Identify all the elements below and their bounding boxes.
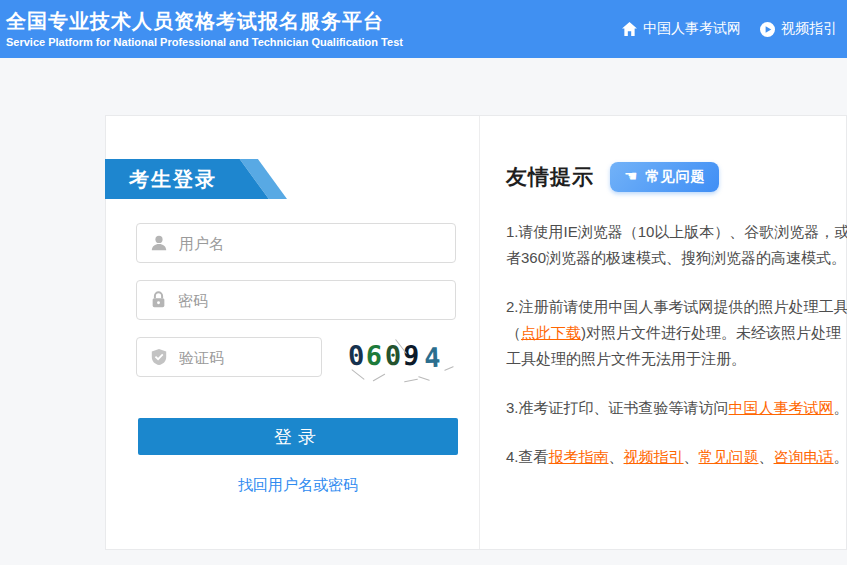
tips-title: 友情提示: [506, 163, 594, 191]
captcha-noise: [404, 379, 418, 383]
faq-button-label: 常见问题: [645, 168, 705, 186]
login-panel-ribbon: 考生登录: [105, 159, 287, 199]
nav-link-cpta-site[interactable]: 中国人事考试网: [621, 20, 741, 38]
faq-link[interactable]: 常见问题: [699, 448, 759, 465]
tip-item-4: 4.查看报考指南、视频指引、常见问题、咨询电话。: [506, 444, 847, 470]
username-input[interactable]: [179, 224, 455, 262]
forgot-credentials-link[interactable]: 找回用户名或密码: [138, 476, 458, 495]
home-icon: [621, 21, 637, 37]
site-subtitle: Service Platform for National Profession…: [6, 36, 403, 49]
header-nav: 中国人事考试网 视频指引: [621, 20, 837, 38]
captcha-digits: 06094: [348, 340, 442, 371]
captcha-noise: [373, 374, 386, 382]
tips-panel: 友情提示 ☚ 常见问题 1.请使用IE浏览器（10以上版本）、谷歌浏览器，或者3…: [506, 162, 847, 493]
page-header: 全国专业技术人员资格考试报名服务平台 Service Platform for …: [0, 0, 847, 58]
username-field[interactable]: [136, 223, 456, 263]
photo-tool-download-link[interactable]: 点此下载: [521, 324, 581, 341]
captcha-image[interactable]: 06094: [346, 334, 458, 382]
captcha-noise: [444, 366, 454, 371]
captcha-noise: [418, 376, 430, 381]
vertical-divider: [479, 116, 480, 549]
exam-login-page: { "header": { "title": "全国专业技术人员资格考试报名服务…: [0, 0, 847, 565]
main-card: 考生登录 06094 登录 找回用户名或密码 友情提示 ☚: [105, 115, 847, 550]
shield-check-icon: [150, 348, 168, 366]
cpta-site-link[interactable]: 中国人事考试网: [729, 399, 834, 416]
video-guide-link[interactable]: 视频指引: [624, 448, 684, 465]
tips-header: 友情提示 ☚ 常见问题: [506, 162, 847, 192]
password-field[interactable]: [136, 280, 456, 320]
nav-link-video-guide[interactable]: 视频指引: [759, 20, 837, 38]
faq-button[interactable]: ☚ 常见问题: [610, 162, 719, 192]
site-title-block: 全国专业技术人员资格考试报名服务平台 Service Platform for …: [6, 10, 403, 49]
pointing-hand-icon: ☚: [624, 167, 638, 185]
nav-link-label: 中国人事考试网: [643, 20, 741, 38]
user-icon: [150, 234, 168, 252]
nav-link-label: 视频指引: [781, 20, 837, 38]
site-title: 全国专业技术人员资格考试报名服务平台: [6, 10, 403, 33]
tip-item-2: 2.注册前请使用中国人事考试网提供的照片处理工具（点此下载)对照片文件进行处理。…: [506, 294, 847, 372]
lock-icon: [150, 291, 167, 309]
password-input[interactable]: [178, 281, 455, 319]
captcha-field[interactable]: [136, 337, 322, 377]
phone-link[interactable]: 咨询电话: [774, 448, 834, 465]
login-button[interactable]: 登录: [138, 418, 458, 455]
tip-item-1: 1.请使用IE浏览器（10以上版本）、谷歌浏览器，或者360浏览器的极速模式、搜…: [506, 219, 847, 271]
exam-guide-link[interactable]: 报考指南: [549, 448, 609, 465]
tip-item-3: 3.准考证打印、证书查验等请访问中国人事考试网。: [506, 395, 847, 421]
play-icon: [759, 21, 775, 37]
